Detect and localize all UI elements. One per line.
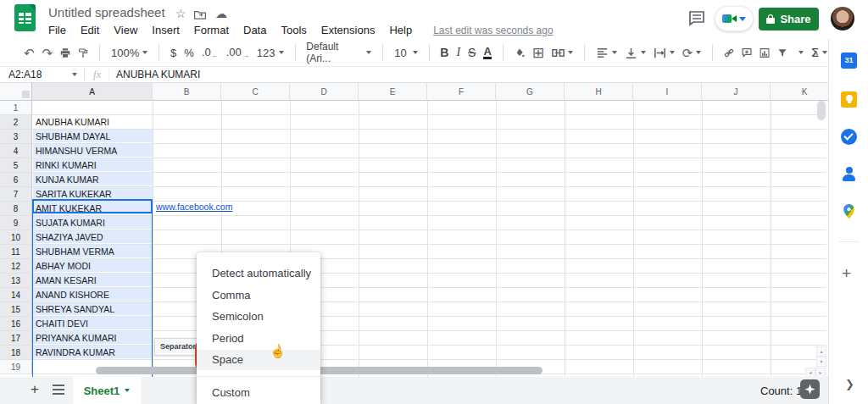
cell-a7[interactable]: SARITA KUKEKAR bbox=[33, 187, 153, 201]
paint-format-icon[interactable] bbox=[78, 47, 88, 59]
italic-button[interactable]: I bbox=[456, 46, 460, 59]
filter-views-dropdown-icon[interactable] bbox=[798, 51, 804, 54]
cell-a8[interactable]: AMIT KUKEKAR bbox=[33, 202, 153, 215]
format-currency-button[interactable]: $ bbox=[170, 47, 176, 59]
menu-help[interactable]: Help bbox=[389, 24, 412, 36]
column-header-D[interactable]: D bbox=[290, 83, 359, 101]
font-size-select[interactable]: 10 bbox=[394, 47, 417, 59]
cell-a3[interactable]: SHUBHAM DAYAL bbox=[33, 130, 153, 143]
row-header-9[interactable]: 9 bbox=[0, 216, 32, 230]
document-title[interactable]: Untitled spreadsheet bbox=[48, 5, 165, 19]
meet-button[interactable] bbox=[715, 6, 754, 31]
column-header-C[interactable]: C bbox=[221, 83, 290, 101]
column-header-F[interactable]: F bbox=[427, 83, 496, 101]
strikethrough-button[interactable]: S bbox=[468, 46, 476, 59]
cell-a15[interactable]: SHREYA SANDYAL bbox=[33, 302, 153, 316]
cell-a2[interactable]: ANUBHA KUMARI bbox=[33, 115, 153, 129]
comment-history-icon[interactable] bbox=[688, 10, 705, 30]
sheet-tab-sheet1[interactable]: Sheet1 bbox=[73, 377, 141, 404]
cell-a5[interactable]: RINKI KUMARI bbox=[33, 158, 153, 172]
share-button[interactable]: Share bbox=[759, 8, 819, 30]
horizontal-align-button[interactable] bbox=[596, 47, 617, 59]
scroll-down-button[interactable]: ▾ bbox=[816, 357, 826, 367]
row-header-4[interactable]: 4 bbox=[0, 144, 32, 158]
text-wrap-button[interactable] bbox=[654, 47, 675, 59]
move-to-folder-icon[interactable] bbox=[194, 8, 206, 22]
vertical-scrollbar[interactable] bbox=[817, 101, 826, 120]
filter-icon[interactable] bbox=[777, 47, 787, 59]
row-header-13[interactable]: 13 bbox=[0, 274, 32, 288]
bold-button[interactable]: B bbox=[440, 46, 448, 59]
cell-a6[interactable]: KUNJA KUMAR bbox=[33, 173, 153, 186]
more-formats-select[interactable]: 123 bbox=[257, 47, 284, 59]
scroll-up-button[interactable]: ▴ bbox=[816, 346, 826, 357]
column-header-J[interactable]: J bbox=[702, 83, 771, 101]
row-header-11[interactable]: 11 bbox=[0, 245, 32, 259]
row-header-15[interactable]: 15 bbox=[0, 302, 32, 317]
insert-chart-icon[interactable] bbox=[760, 47, 770, 59]
increase-decimal-button[interactable]: .00→ bbox=[226, 46, 249, 59]
expand-panel-icon[interactable]: ❯ bbox=[845, 378, 854, 390]
name-box[interactable]: A2:A18 bbox=[0, 67, 84, 82]
redo-icon[interactable]: ↷ bbox=[42, 47, 53, 59]
column-header-I[interactable]: I bbox=[633, 83, 702, 101]
column-header-A[interactable]: A bbox=[32, 83, 153, 101]
row-header-5[interactable]: 5 bbox=[0, 158, 32, 173]
row-header-7[interactable]: 7 bbox=[0, 187, 32, 202]
column-header-B[interactable]: B bbox=[153, 83, 221, 101]
decrease-decimal-button[interactable]: .0← bbox=[202, 46, 219, 59]
text-color-button[interactable]: A bbox=[483, 46, 491, 60]
menu-view[interactable]: View bbox=[114, 24, 137, 36]
menu-item-space[interactable]: Space bbox=[197, 350, 320, 370]
maps-icon[interactable] bbox=[841, 203, 857, 219]
user-avatar[interactable] bbox=[831, 7, 854, 30]
menu-insert[interactable]: Insert bbox=[152, 24, 180, 36]
cell-a11[interactable]: SHUBHAM VERMA bbox=[33, 245, 153, 258]
menu-item-detect-automatically[interactable]: Detect automatically bbox=[197, 263, 320, 284]
cell-a10[interactable]: SHAZIYA JAVED bbox=[33, 230, 153, 244]
sheets-logo-icon[interactable] bbox=[14, 4, 36, 31]
row-header-16[interactable]: 16 bbox=[0, 317, 32, 331]
row-header-19[interactable]: 19 bbox=[0, 360, 32, 374]
keep-icon[interactable] bbox=[841, 91, 857, 108]
menu-extensions[interactable]: Extensions bbox=[321, 24, 376, 36]
star-icon[interactable]: ☆ bbox=[175, 7, 186, 20]
format-percent-button[interactable]: % bbox=[184, 47, 194, 59]
print-icon[interactable] bbox=[60, 47, 70, 59]
menu-tools[interactable]: Tools bbox=[281, 24, 306, 36]
cell-a14[interactable]: ANAND KISHORE bbox=[33, 288, 153, 302]
all-sheets-icon[interactable] bbox=[53, 385, 64, 395]
cell-a17[interactable]: PRIYANKA KUMARI bbox=[33, 331, 153, 345]
fill-color-icon[interactable] bbox=[515, 47, 525, 59]
menu-data[interactable]: Data bbox=[243, 24, 266, 36]
row-header-8[interactable]: 8 bbox=[0, 202, 32, 216]
row-header-18[interactable]: 18 bbox=[0, 346, 32, 360]
menu-format[interactable]: Format bbox=[194, 24, 229, 36]
menu-item-custom[interactable]: Custom bbox=[197, 383, 320, 403]
sheet-tab-menu-icon[interactable] bbox=[125, 389, 130, 392]
insert-link-icon[interactable] bbox=[724, 47, 734, 59]
insert-comment-icon[interactable] bbox=[742, 47, 752, 59]
row-header-1[interactable]: 1 bbox=[0, 101, 32, 115]
menu-item-comma[interactable]: Comma bbox=[197, 285, 320, 306]
menu-item-period[interactable]: Period bbox=[197, 329, 320, 349]
row-header-10[interactable]: 10 bbox=[0, 230, 32, 245]
merge-cells-button[interactable] bbox=[552, 47, 573, 59]
font-select[interactable]: Default (Ari... bbox=[306, 41, 371, 64]
tasks-icon[interactable] bbox=[841, 129, 857, 145]
vertical-align-button[interactable] bbox=[625, 47, 646, 59]
calendar-icon[interactable]: 31 bbox=[841, 53, 857, 69]
last-edit-link[interactable]: Last edit was seconds ago bbox=[433, 24, 553, 36]
row-header-3[interactable]: 3 bbox=[0, 130, 32, 144]
cell-a16[interactable]: CHAITI DEVI bbox=[33, 317, 153, 330]
undo-icon[interactable]: ↶ bbox=[24, 47, 35, 59]
contacts-icon[interactable] bbox=[841, 166, 857, 182]
row-header-14[interactable]: 14 bbox=[0, 288, 32, 302]
add-sheet-button[interactable]: + bbox=[31, 381, 39, 398]
column-header-E[interactable]: E bbox=[359, 83, 427, 101]
zoom-select[interactable]: 100% bbox=[111, 47, 147, 59]
row-header-12[interactable]: 12 bbox=[0, 259, 32, 274]
cell-a9[interactable]: SUJATA KUMARI bbox=[33, 216, 153, 230]
row-header-2[interactable]: 2 bbox=[0, 115, 32, 130]
column-header-G[interactable]: G bbox=[496, 83, 565, 101]
